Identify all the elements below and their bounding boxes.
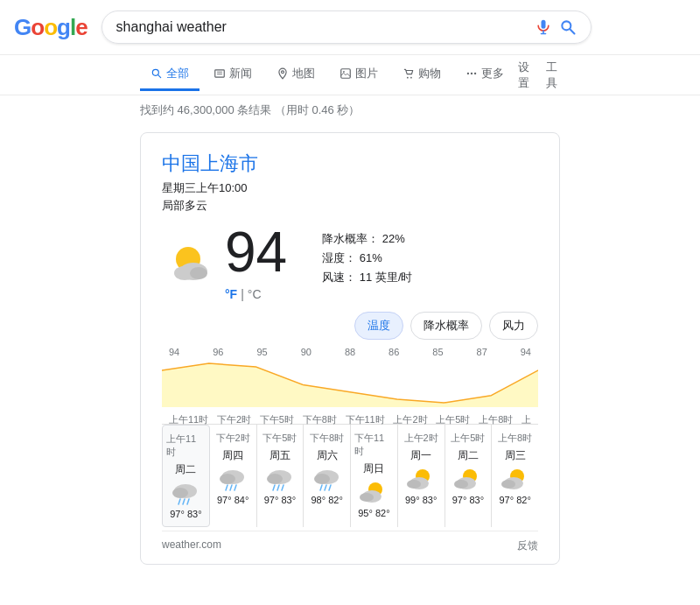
- svg-rect-8: [341, 69, 351, 79]
- tab-news[interactable]: 新闻: [203, 59, 262, 91]
- nav-tabs: 全部 新闻 地图 图片 购物 更多 设置 工具: [0, 55, 700, 95]
- card-footer: weather.com 反馈: [162, 531, 538, 553]
- city-name: 中国上海市: [162, 151, 538, 177]
- svg-line-36: [320, 485, 322, 490]
- mic-icon[interactable]: [535, 18, 552, 36]
- partly-sunny-icon-7: [452, 467, 484, 491]
- more-tab-icon: [466, 67, 478, 80]
- view-buttons: 温度 降水概率 风力: [162, 312, 538, 340]
- tab-shopping[interactable]: 购物: [392, 59, 452, 91]
- svg-rect-0: [541, 20, 545, 29]
- rain-icon-2: [217, 467, 248, 491]
- svg-line-22: [183, 499, 185, 504]
- forecast-day-1[interactable]: 上午11时 周二 97° 83°: [162, 425, 210, 527]
- svg-point-25: [220, 474, 235, 484]
- svg-point-10: [407, 77, 409, 79]
- partly-sunny-icon-5: [358, 480, 389, 504]
- precipitation-view-button[interactable]: 降水概率: [410, 312, 482, 340]
- svg-line-32: [277, 485, 279, 490]
- svg-line-26: [226, 485, 228, 490]
- partly-sunny-icon-6: [405, 467, 437, 491]
- search-bar[interactable]: [102, 11, 592, 44]
- svg-line-28: [234, 485, 236, 490]
- svg-line-2: [570, 29, 574, 33]
- temp-display: 94 °F | °C: [225, 224, 287, 301]
- results-info: 找到约 46,300,000 条结果 （用时 0.46 秒）: [0, 95, 700, 125]
- rain-icon-3: [264, 467, 296, 491]
- svg-point-18: [190, 267, 207, 279]
- settings-link[interactable]: 设置: [518, 60, 532, 91]
- svg-point-50: [501, 480, 515, 489]
- rain-icon-1: [170, 481, 201, 505]
- wind-view-button[interactable]: 风力: [489, 312, 538, 340]
- svg-point-11: [410, 77, 412, 79]
- svg-line-33: [282, 485, 284, 490]
- svg-rect-5: [215, 70, 225, 77]
- svg-point-35: [314, 474, 330, 484]
- temp-details: 降水概率： 22% 湿度： 61% 风速： 11 英里/时: [322, 231, 412, 287]
- forecast-day-6[interactable]: 上午2时 周一 99° 83°: [398, 425, 445, 527]
- condition: 局部多云: [162, 198, 538, 214]
- svg-line-38: [329, 485, 331, 490]
- svg-point-14: [474, 73, 476, 74]
- forecast-day-2[interactable]: 下午2时 周四 97° 84°: [210, 425, 257, 527]
- forecast-day-5[interactable]: 下午11时 周日 95° 82°: [351, 425, 398, 527]
- temperature-chart: 94 96 95 90 88 86 85 87 94: [162, 347, 538, 417]
- svg-line-21: [178, 499, 180, 504]
- search-input[interactable]: [116, 19, 528, 35]
- humidity-info: 湿度： 61%: [322, 250, 412, 266]
- svg-point-9: [343, 71, 345, 73]
- svg-line-4: [158, 74, 160, 77]
- precipitation-info: 降水概率： 22%: [322, 231, 412, 247]
- news-tab-icon: [214, 67, 226, 80]
- chart-bottom-labels: 上午11时 下午2时 下午5时 下午8时 下午11时 上午2时 上午5时 上午8…: [162, 413, 538, 426]
- svg-point-30: [267, 474, 283, 484]
- tab-images[interactable]: 图片: [329, 59, 388, 91]
- google-logo: Google: [14, 14, 88, 41]
- tab-maps[interactable]: 地图: [266, 59, 326, 91]
- partly-sunny-icon-8: [500, 467, 531, 491]
- svg-point-12: [467, 73, 469, 74]
- chart-svg: [162, 359, 538, 412]
- current-weather-icon: [162, 235, 218, 291]
- temp-left: 94 °F | °C: [162, 224, 287, 301]
- temp-view-button[interactable]: 温度: [354, 312, 403, 340]
- tab-all[interactable]: 全部: [140, 59, 200, 91]
- header: Google: [0, 0, 700, 55]
- chart-top-labels: 94 96 95 90 88 86 85 87 94: [162, 347, 538, 357]
- temp-unit: °F | °C: [225, 287, 287, 301]
- svg-line-31: [273, 485, 275, 490]
- svg-point-41: [360, 493, 374, 502]
- weather-source: weather.com: [162, 538, 221, 553]
- weather-card: 中国上海市 星期三上午10:00 局部多云 94 °F |: [140, 132, 560, 565]
- forecast-day-8[interactable]: 上午8时 周三 97° 82°: [492, 425, 538, 527]
- tab-more[interactable]: 更多: [455, 59, 514, 91]
- svg-line-37: [325, 485, 326, 490]
- temp-section: 94 °F | °C 降水概率： 22% 湿度： 61% 风速： 11 英里/时: [162, 224, 538, 301]
- forecast-day-3[interactable]: 下午5时 周五 97° 83°: [257, 425, 304, 527]
- wind-info: 风速： 11 英里/时: [322, 270, 412, 285]
- svg-point-20: [172, 488, 188, 498]
- shopping-tab-icon: [402, 67, 415, 80]
- image-tab-icon: [340, 67, 352, 80]
- datetime: 星期三上午10:00: [162, 180, 538, 196]
- svg-line-27: [230, 485, 232, 490]
- map-tab-icon: [276, 67, 289, 80]
- rain-icon-4: [312, 467, 343, 491]
- nav-settings: 设置 工具: [518, 60, 560, 91]
- svg-point-44: [407, 480, 421, 489]
- tools-link[interactable]: 工具: [546, 60, 560, 91]
- svg-line-23: [187, 499, 189, 504]
- day-forecast: 上午11时 周二 97° 83° 下午2时 周四 97° 84°: [162, 424, 538, 527]
- feedback-link[interactable]: 反馈: [517, 538, 538, 553]
- forecast-day-4[interactable]: 下午8时 周六 98° 82°: [304, 425, 351, 527]
- svg-point-47: [454, 480, 468, 489]
- svg-point-13: [471, 73, 472, 74]
- search-icon[interactable]: [559, 18, 577, 36]
- forecast-day-7[interactable]: 上午5时 周二 97° 83°: [445, 425, 493, 527]
- search-tab-icon: [150, 67, 163, 80]
